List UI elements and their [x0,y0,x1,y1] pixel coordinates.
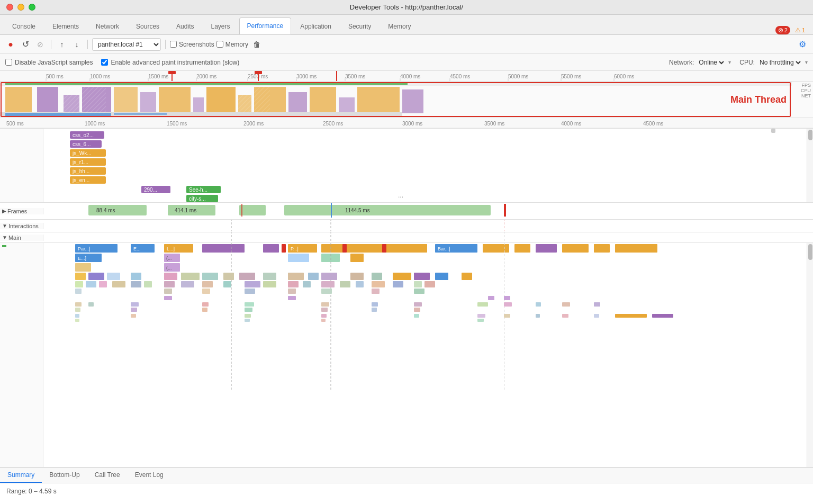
svg-text:L...]: L...] [167,246,175,251]
svg-rect-219 [75,319,79,322]
svg-rect-111 [321,244,427,253]
tab-layers[interactable]: Layers [203,17,238,34]
svg-rect-162 [202,281,213,287]
svg-rect-193 [372,302,378,307]
svg-rect-142 [223,273,234,280]
svg-rect-168 [321,281,335,287]
disable-js-option[interactable]: Disable JavaScript samples [5,59,93,66]
svg-rect-155 [86,281,96,287]
svg-rect-157 [112,281,125,287]
svg-rect-172 [393,281,403,287]
svg-text:4000 ms: 4000 ms [561,121,581,127]
memory-checkbox[interactable] [216,41,223,48]
tab-bottom-up[interactable]: Bottom-Up [42,468,87,483]
svg-text:Bar...]: Bar...] [438,246,450,251]
interactions-arrow-icon: ▼ [2,223,7,229]
maximize-button[interactable] [29,4,35,11]
svg-rect-158 [131,281,141,287]
tab-event-log[interactable]: Event Log [128,468,171,483]
tab-security[interactable]: Security [340,17,379,34]
network-select[interactable]: Online [697,58,726,67]
svg-rect-129 [75,263,91,272]
window-title: Developer Tools - http://panther.local/ [350,3,463,11]
settings-button[interactable]: ⚙ [796,38,809,51]
svg-rect-43 [288,92,307,113]
svg-rect-33 [37,87,58,113]
svg-text:3000 ms: 3000 ms [402,121,422,127]
upload-button[interactable]: ↑ [56,38,68,51]
enable-paint-option[interactable]: Enable advanced paint instrumentation (s… [101,59,239,66]
svg-rect-44 [310,87,336,113]
svg-rect-197 [536,302,541,307]
tab-call-tree[interactable]: Call Tree [87,468,128,483]
tab-network[interactable]: Network [88,17,127,34]
profile-select[interactable]: panther.local #1 [92,38,161,51]
svg-text:5000 ms: 5000 ms [508,74,528,79]
window-controls [6,4,35,11]
svg-rect-212 [477,314,485,318]
tab-memory[interactable]: Memory [380,17,419,34]
second-ruler: 500 ms 1000 ms 1500 ms 2000 ms 2500 ms 3… [0,118,813,129]
svg-rect-201 [131,308,137,312]
svg-text:1000 ms: 1000 ms [85,121,105,127]
svg-rect-217 [615,314,647,318]
svg-rect-136 [88,273,104,280]
svg-rect-214 [536,314,540,318]
main-indicator [2,245,6,247]
overview-chart[interactable]: FPS CPU NET [0,82,813,118]
svg-text:6000 ms: 6000 ms [614,74,634,79]
svg-rect-145 [288,273,304,280]
svg-text:E...: E... [133,246,141,251]
svg-rect-52 [64,87,106,113]
svg-rect-187 [75,302,82,307]
svg-rect-198 [562,302,570,307]
svg-rect-169 [340,281,350,287]
left-gutter [0,129,43,202]
tab-sources[interactable]: Sources [128,17,167,34]
clear-button[interactable]: 🗑 [250,38,263,51]
network-resources-section: css_o2... css_6... js_Wk... js_r1... js_… [0,129,813,203]
svg-rect-171 [372,281,385,287]
svg-text:(...: (... [166,256,172,261]
svg-rect-140 [181,273,200,280]
cpu-option: CPU: No throttling ▾ [739,58,808,67]
svg-rect-150 [393,273,411,280]
bottom-tabs: Summary Bottom-Up Call Tree Event Log [0,468,813,483]
tab-bar: Console Elements Network Sources Audits … [0,15,813,35]
tab-console[interactable]: Console [4,17,43,34]
svg-text:css_6...: css_6... [73,141,91,147]
svg-rect-205 [372,308,377,312]
svg-rect-191 [245,302,254,307]
memory-checkbox-label[interactable]: Memory [216,41,248,48]
close-button[interactable] [6,4,13,11]
svg-rect-152 [435,273,448,280]
svg-rect-208 [131,314,136,318]
disable-js-checkbox[interactable] [5,59,12,66]
enable-paint-checkbox[interactable] [101,59,108,66]
minimize-button[interactable] [17,4,24,11]
cpu-select[interactable]: No throttling [757,58,802,67]
svg-rect-45 [339,97,355,113]
tab-application[interactable]: Application [292,17,339,34]
overview-svg [0,82,792,118]
svg-rect-117 [514,244,530,253]
vertical-scrollbar[interactable] [807,129,813,202]
reload-button[interactable]: ↺ [19,38,32,51]
svg-rect-27 [255,71,262,74]
tab-summary[interactable]: Summary [0,468,42,483]
tab-performance[interactable]: Performance [239,17,292,34]
fps-label: FPS [801,83,811,88]
frames-label: Frames [7,208,27,214]
vertical-scrollbar-main[interactable] [807,243,813,467]
screenshots-checkbox-label[interactable]: Screenshots [170,41,214,48]
tab-elements[interactable]: Elements [44,17,87,34]
record-button[interactable]: ● [4,38,17,51]
svg-text:city-s...: city-s... [189,196,206,202]
tab-audits[interactable]: Audits [168,17,202,34]
svg-rect-154 [75,281,83,287]
stop-button[interactable]: ⊘ [34,38,47,51]
screenshots-checkbox[interactable] [170,41,177,48]
svg-text:1500 ms: 1500 ms [167,121,187,127]
svg-text:js_hh...: js_hh... [72,168,89,174]
download-button[interactable]: ↓ [70,38,83,51]
